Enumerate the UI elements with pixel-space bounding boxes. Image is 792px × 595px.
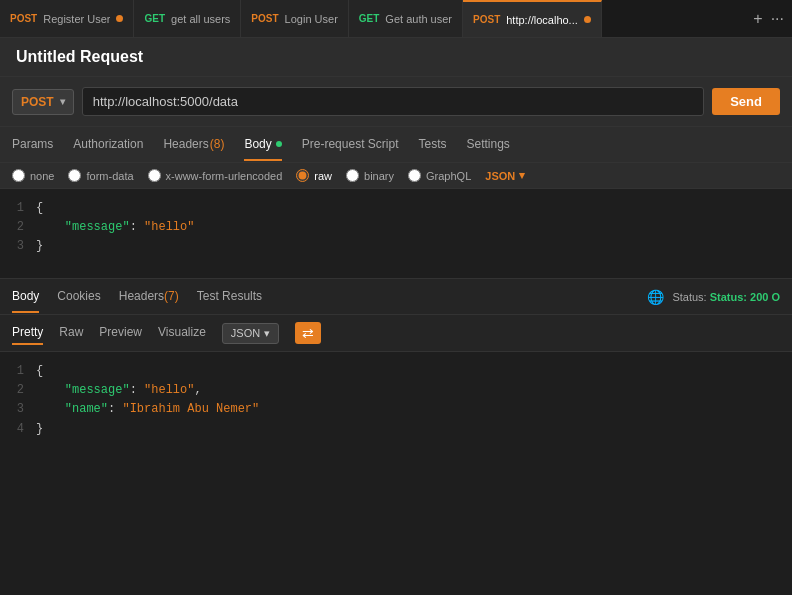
request-tabs: ParamsAuthorizationHeaders(8)BodyPre-req…	[0, 127, 792, 163]
body-type-form-data[interactable]: form-data	[68, 169, 133, 182]
resp-tab-test-results[interactable]: Test Results	[197, 281, 262, 313]
send-button[interactable]: Send	[712, 88, 780, 115]
tab-method: POST	[473, 14, 500, 25]
body-type-raw[interactable]: raw	[296, 169, 332, 182]
req-tab-label: Authorization	[73, 137, 143, 151]
tab-label: Register User	[43, 13, 110, 25]
req-tab-badge: (8)	[210, 137, 225, 151]
code-line-3: 3 }	[0, 237, 792, 256]
tab-method: POST	[10, 13, 37, 24]
tab-method: GET	[144, 13, 165, 24]
json-format-dropdown[interactable]: JSON▾	[485, 169, 525, 182]
body-type-urlencoded[interactable]: x-www-form-urlencoded	[148, 169, 283, 182]
request-title-bar: Untitled Request	[0, 38, 792, 77]
tab-register[interactable]: POSTRegister User	[0, 0, 134, 37]
resp-json-dropdown[interactable]: JSON▾	[222, 323, 279, 344]
add-tab-button[interactable]: +	[753, 11, 762, 27]
code-line-1: 1 {	[0, 199, 792, 218]
req-tab-label: Pre-request Script	[302, 137, 399, 151]
tab-dot	[584, 16, 591, 23]
tab-method: POST	[251, 13, 278, 24]
response-tab-bar: BodyCookiesHeaders(7)Test Results 🌐 Stat…	[0, 279, 792, 315]
req-tab-settings[interactable]: Settings	[467, 129, 510, 161]
resp-tab-headers[interactable]: Headers(7)	[119, 281, 179, 313]
response-code-editor: 1 { 2 "message": "hello", 3 "name": "Ibr…	[0, 352, 792, 595]
req-tab-label: Headers	[163, 137, 208, 151]
req-tab-label: Body	[244, 137, 271, 151]
wrap-button[interactable]: ⇄	[295, 322, 321, 344]
chevron-down-icon: ▾	[60, 96, 65, 107]
more-tabs-button[interactable]: ···	[771, 11, 784, 27]
resp-tab-cookies[interactable]: Cookies	[57, 281, 100, 313]
resp-code-line-1: 1 {	[0, 362, 792, 381]
tab-label: http://localho...	[506, 14, 578, 26]
main-content: Untitled Request POST ▾ Send ParamsAutho…	[0, 38, 792, 595]
req-tab-pre-request[interactable]: Pre-request Script	[302, 129, 399, 161]
url-bar: POST ▾ Send	[0, 77, 792, 127]
tab-bar: POSTRegister UserGETget all usersPOSTLog…	[0, 0, 792, 38]
request-title: Untitled Request	[16, 48, 776, 66]
tab-untitled[interactable]: POSThttp://localho...	[463, 0, 602, 37]
method-label: POST	[21, 95, 54, 109]
body-type-label: raw	[314, 170, 332, 182]
body-type-label: none	[30, 170, 54, 182]
req-tab-params[interactable]: Params	[12, 129, 53, 161]
resp-code-line-2: 2 "message": "hello",	[0, 381, 792, 400]
status-text: Status: Status: 200 O	[672, 291, 780, 303]
req-tab-body[interactable]: Body	[244, 129, 281, 161]
body-type-label: binary	[364, 170, 394, 182]
resp-tab-body[interactable]: Body	[12, 281, 39, 313]
url-input[interactable]	[82, 87, 705, 116]
code-line-2: 2 "message": "hello"	[0, 218, 792, 237]
body-type-label: GraphQL	[426, 170, 471, 182]
resp-tab-label: Headers	[119, 289, 164, 303]
tab-label: Login User	[285, 13, 338, 25]
resp-tab-label: Body	[12, 289, 39, 303]
tab-dot	[116, 15, 123, 22]
resp-tab-label: Cookies	[57, 289, 100, 303]
response-status: 🌐 Status: Status: 200 O	[647, 289, 780, 305]
req-tab-auth[interactable]: Authorization	[73, 129, 143, 161]
body-type-binary[interactable]: binary	[346, 169, 394, 182]
tab-label: Get auth user	[385, 13, 452, 25]
body-type-graphql[interactable]: GraphQL	[408, 169, 471, 182]
method-select[interactable]: POST ▾	[12, 89, 74, 115]
tab-method: GET	[359, 13, 380, 24]
tab-label: get all users	[171, 13, 230, 25]
body-dot	[276, 141, 282, 147]
body-type-none[interactable]: none	[12, 169, 54, 182]
pretty-tab-preview[interactable]: Preview	[99, 321, 142, 345]
body-type-label: x-www-form-urlencoded	[166, 170, 283, 182]
globe-icon: 🌐	[647, 289, 664, 305]
tab-actions: + ···	[745, 0, 792, 37]
chevron-down-icon: ▾	[519, 169, 525, 182]
resp-json-label: JSON	[231, 327, 260, 339]
req-tab-label: Settings	[467, 137, 510, 151]
resp-code-line-4: 4 }	[0, 420, 792, 439]
tab-get-auth[interactable]: GETGet auth user	[349, 0, 463, 37]
json-label: JSON	[485, 170, 515, 182]
pretty-tab-pretty[interactable]: Pretty	[12, 321, 43, 345]
pretty-tab-raw[interactable]: Raw	[59, 321, 83, 345]
tab-login[interactable]: POSTLogin User	[241, 0, 348, 37]
body-type-label: form-data	[86, 170, 133, 182]
request-code-editor: 1 { 2 "message": "hello" 3 }	[0, 189, 792, 279]
pretty-tab-visualize[interactable]: Visualize	[158, 321, 206, 345]
req-tab-label: Tests	[418, 137, 446, 151]
body-type-bar: noneform-datax-www-form-urlencodedrawbin…	[0, 163, 792, 189]
response-section: BodyCookiesHeaders(7)Test Results 🌐 Stat…	[0, 279, 792, 595]
tab-get-users[interactable]: GETget all users	[134, 0, 241, 37]
resp-code-line-3: 3 "name": "Ibrahim Abu Nemer"	[0, 400, 792, 419]
resp-tab-label: Test Results	[197, 289, 262, 303]
req-tab-tests[interactable]: Tests	[418, 129, 446, 161]
req-tab-label: Params	[12, 137, 53, 151]
chevron-down-icon: ▾	[264, 327, 270, 340]
pretty-bar: PrettyRawPreviewVisualizeJSON▾⇄	[0, 315, 792, 352]
resp-tab-badge: (7)	[164, 289, 179, 303]
req-tab-headers[interactable]: Headers(8)	[163, 129, 224, 161]
